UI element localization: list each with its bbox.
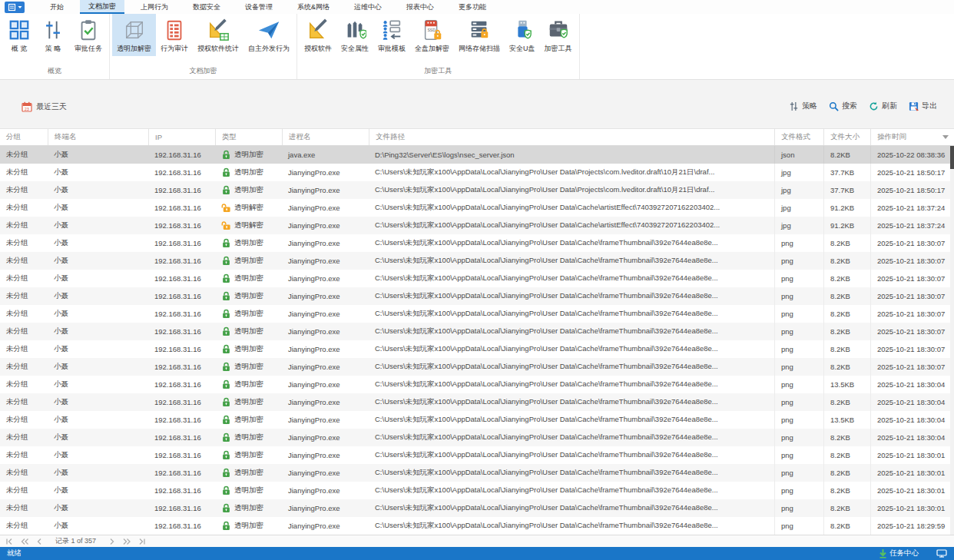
task-center-button[interactable]: 任务中心 xyxy=(879,548,919,558)
cell-ip: 192.168.31.16 xyxy=(148,517,215,535)
table-row[interactable]: 未分组 小聂 192.168.31.16 透明加密 JianyingPro.ex… xyxy=(0,499,954,517)
type-label: 透明加密 xyxy=(234,468,263,478)
next-page-button[interactable] xyxy=(108,538,117,545)
col-header-path[interactable]: 文件路径 xyxy=(369,129,774,145)
table-row[interactable]: 未分组 小聂 192.168.31.16 透明加密 JianyingPro.ex… xyxy=(0,287,954,305)
table-row[interactable]: 未分组 小聂 192.168.31.16 透明加密 JianyingPro.ex… xyxy=(0,376,954,393)
table-row[interactable]: 未分组 小聂 192.168.31.16 透明解密 JianyingPro.ex… xyxy=(0,199,954,217)
lock-closed-icon xyxy=(221,291,231,301)
cell-size: 8.2KB xyxy=(823,252,870,270)
table-row[interactable]: 未分组 小聂 192.168.31.16 透明加密 JianyingPro.ex… xyxy=(0,252,954,270)
cell-type: 透明加密 xyxy=(215,499,282,517)
col-header-type[interactable]: 类型 xyxy=(215,129,282,145)
cell-path: C:\Users\未知玩家x100\AppData\Local\Jianying… xyxy=(369,482,774,499)
cell-terminal: 小聂 xyxy=(48,429,148,446)
col-header-format[interactable]: 文件格式 xyxy=(774,129,823,145)
cell-format: png xyxy=(774,270,823,287)
scrollbar-thumb[interactable] xyxy=(950,146,954,169)
calendar-icon: 23 xyxy=(22,101,32,112)
export-save-icon xyxy=(909,101,919,111)
menu-tab-device-mgmt[interactable]: 设备管理 xyxy=(237,0,281,14)
lock-closed-icon xyxy=(221,397,231,407)
lock-closed-icon xyxy=(221,238,231,248)
date-range-filter[interactable]: 23 最近三天 xyxy=(22,101,67,112)
table-row[interactable]: 未分组 小聂 192.168.31.16 透明加密 JianyingPro.ex… xyxy=(0,464,954,482)
next-group-button[interactable] xyxy=(121,538,133,545)
table-row[interactable]: 未分组 小聂 192.168.31.16 透明加密 JianyingPro.ex… xyxy=(0,429,954,446)
refresh-button[interactable]: 刷新 xyxy=(869,101,897,111)
briefcase-shield-icon xyxy=(547,18,570,41)
policy-action-button[interactable]: 策略 xyxy=(789,101,817,111)
col-header-terminal[interactable]: 终端名 xyxy=(48,129,148,145)
table-row[interactable]: 未分组 小聂 192.168.31.16 透明加密 JianyingPro.ex… xyxy=(0,164,954,181)
table-row[interactable]: 未分组 小聂 192.168.31.16 透明加密 java.exe D:\Pi… xyxy=(0,146,954,164)
cell-path: C:\Users\未知玩家x100\AppData\Local\Jianying… xyxy=(369,411,774,429)
table-row[interactable]: 未分组 小聂 192.168.31.16 透明加密 JianyingPro.ex… xyxy=(0,323,954,340)
first-page-button[interactable] xyxy=(4,538,15,545)
table-row[interactable]: 未分组 小聂 192.168.31.16 透明加密 JianyingPro.ex… xyxy=(0,340,954,358)
cell-type: 透明加密 xyxy=(215,393,282,411)
security-attributes-button[interactable]: 安全属性 xyxy=(336,14,373,56)
table-row[interactable]: 未分组 小聂 192.168.31.16 透明加密 JianyingPro.ex… xyxy=(0,446,954,464)
menu-tab-web-behavior[interactable]: 上网行为 xyxy=(132,0,177,14)
table-row[interactable]: 未分组 小聂 192.168.31.16 透明加密 JianyingPro.ex… xyxy=(0,305,954,323)
group-caption-encryption-tools: 加密工具 xyxy=(300,65,577,79)
cell-size: 8.2KB xyxy=(823,358,870,376)
table-row[interactable]: 未分组 小聂 192.168.31.16 透明加密 JianyingPro.ex… xyxy=(0,517,954,535)
console-display-icon[interactable] xyxy=(936,549,947,558)
col-header-ip[interactable]: IP xyxy=(148,129,215,145)
outgoing-behavior-button[interactable]: 自主外发行为 xyxy=(243,14,294,56)
policy-button[interactable]: 策 略 xyxy=(36,14,70,56)
encryption-tools-button[interactable]: 加密工具 xyxy=(540,14,577,56)
col-header-process[interactable]: 进程名 xyxy=(282,129,369,145)
cell-group: 未分组 xyxy=(0,482,48,499)
export-button[interactable]: 导出 xyxy=(909,101,937,111)
table-row[interactable]: 未分组 小聂 192.168.31.16 透明加密 JianyingPro.ex… xyxy=(0,358,954,376)
cell-terminal: 小聂 xyxy=(48,164,148,181)
authorized-software-stats-button[interactable]: 授权软件统计 xyxy=(193,14,243,56)
menu-tab-data-security[interactable]: 数据安全 xyxy=(184,0,229,14)
table-row[interactable]: 未分组 小聂 192.168.31.16 透明加密 JianyingPro.ex… xyxy=(0,393,954,411)
approval-template-button[interactable]: 审批模板 xyxy=(373,14,410,56)
table-row[interactable]: 未分组 小聂 192.168.31.16 透明解密 JianyingPro.ex… xyxy=(0,217,954,234)
cell-format: json xyxy=(774,146,823,164)
last-page-button[interactable] xyxy=(137,538,147,545)
window-icon xyxy=(8,3,16,12)
menu-tab-report-center[interactable]: 报表中心 xyxy=(398,0,442,14)
prev-group-button[interactable] xyxy=(18,538,31,545)
cell-terminal: 小聂 xyxy=(48,217,148,234)
full-disk-encryption-button[interactable]: SSD 全盘加解密 xyxy=(410,14,454,56)
transparent-encryption-button[interactable]: 透明加解密 xyxy=(112,14,156,56)
authorized-software-button[interactable]: 授权软件 xyxy=(300,14,336,56)
search-button[interactable]: 搜索 xyxy=(829,101,857,111)
table-row[interactable]: 未分组 小聂 192.168.31.16 透明加密 JianyingPro.ex… xyxy=(0,482,954,499)
cell-size: 13.5KB xyxy=(823,411,870,429)
table-row[interactable]: 未分组 小聂 192.168.31.16 透明加密 JianyingPro.ex… xyxy=(0,270,954,287)
menu-tab-system-network[interactable]: 系统&网络 xyxy=(289,0,338,14)
vertical-scrollbar[interactable] xyxy=(950,146,954,535)
table-row[interactable]: 未分组 小聂 192.168.31.16 透明加密 JianyingPro.ex… xyxy=(0,411,954,429)
approval-tasks-button[interactable]: 审批任务 xyxy=(70,14,107,56)
col-header-time[interactable]: 操作时间 xyxy=(870,129,954,145)
sliders-icon xyxy=(41,18,65,41)
cell-path: C:\Users\未知玩家x100\AppData\Local\Jianying… xyxy=(369,376,774,393)
prev-page-button[interactable] xyxy=(35,538,44,545)
cell-terminal: 小聂 xyxy=(48,358,148,376)
menu-tab-ops-center[interactable]: 运维中心 xyxy=(346,0,390,14)
cell-group: 未分组 xyxy=(0,234,48,252)
menu-tab-doc-encryption[interactable]: 文档加密 xyxy=(80,0,124,14)
col-header-size[interactable]: 文件大小 xyxy=(823,129,870,145)
app-menu-button[interactable] xyxy=(5,2,25,13)
overview-button[interactable]: 概 览 xyxy=(2,14,36,56)
menu-tab-start[interactable]: 开始 xyxy=(41,0,72,14)
behavior-audit-button[interactable]: 行为审计 xyxy=(156,14,193,56)
cell-type: 透明加密 xyxy=(215,446,282,464)
secure-usb-button[interactable]: 安全U盘 xyxy=(505,14,540,56)
column-menu-caret-icon[interactable] xyxy=(942,135,949,139)
paper-plane-icon xyxy=(257,18,280,41)
menu-tab-more[interactable]: 更多功能 xyxy=(450,0,495,14)
network-storage-scan-button[interactable]: 网络存储扫描 xyxy=(454,14,505,56)
table-row[interactable]: 未分组 小聂 192.168.31.16 透明加密 JianyingPro.ex… xyxy=(0,234,954,252)
table-row[interactable]: 未分组 小聂 192.168.31.16 透明加密 JianyingPro.ex… xyxy=(0,181,954,199)
col-header-group[interactable]: 分组 xyxy=(0,129,48,145)
